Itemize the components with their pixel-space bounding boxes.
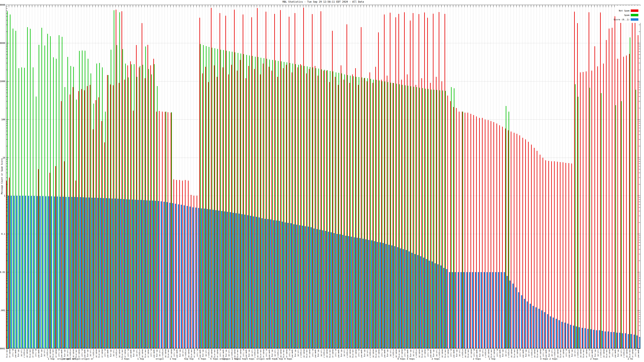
x-tick-label: dnsbl.org 2 hops	[632, 349, 634, 358]
score-bar	[250, 216, 251, 349]
x-tick	[297, 5, 298, 7]
x-tick	[536, 5, 537, 7]
y-minor-tick	[639, 93, 640, 93]
x-tick	[104, 348, 104, 349]
x-tick	[147, 5, 148, 7]
x-tick-label: bl.list origin	[127, 349, 129, 358]
score-bar	[146, 200, 147, 349]
score-bar	[408, 251, 410, 349]
y-minor-tick	[6, 163, 8, 164]
x-tick-label: zen.origin 1 hop	[375, 349, 377, 358]
spam-bar	[59, 35, 59, 349]
x-tick-label: origin.net hop	[300, 349, 302, 358]
x-tick-label: origin.net hop	[438, 349, 440, 358]
y-minor-tick	[6, 314, 8, 314]
x-tick-label: dnsbl.bl 5 hops	[626, 349, 628, 358]
spam-bar	[56, 59, 56, 349]
y-minor-tick	[6, 131, 8, 131]
x-tick	[580, 5, 580, 7]
score-bar	[466, 272, 468, 349]
spam-bar	[304, 66, 304, 349]
x-tick-label: dnsbl.org 2 hops	[447, 349, 449, 358]
score-bar	[238, 214, 240, 349]
x-tick	[392, 5, 393, 7]
y-minor-tick	[639, 276, 640, 276]
spam-bar	[64, 87, 65, 349]
x-tick	[438, 348, 439, 349]
x-tick	[303, 5, 303, 7]
x-tick	[340, 348, 341, 349]
x-tick	[410, 5, 410, 7]
y-minor-tick	[6, 70, 8, 70]
x-tick	[90, 5, 90, 7]
legend-label-not-spam: Not Spam	[619, 9, 630, 12]
spam-bar	[384, 81, 385, 349]
y-minor-tick	[6, 249, 8, 249]
score-bar	[558, 320, 560, 349]
x-axis-sublabel: hop hop	[184, 358, 194, 360]
y-minor-tick	[6, 63, 8, 63]
x-tick-label: zen.origin 1 hop	[444, 349, 446, 358]
x-tick	[372, 5, 372, 7]
x-tick	[479, 348, 479, 349]
x-tick	[407, 5, 407, 7]
score-bar	[290, 223, 292, 349]
spam-bar	[24, 68, 25, 349]
x-tick-label: dnsbl.bl 5 hops	[49, 349, 51, 358]
y-minor-tick	[6, 278, 8, 278]
score-bar	[498, 272, 499, 349]
x-tick	[309, 348, 309, 349]
y-minor-tick	[6, 178, 8, 178]
score-bar	[175, 204, 176, 349]
x-tick	[133, 5, 133, 7]
x-tick-label: bl.list origin	[242, 349, 244, 358]
x-tick	[205, 5, 205, 7]
x-tick	[525, 5, 525, 7]
score-bar	[530, 304, 531, 349]
x-tick-label: zen.origin 1 hop	[52, 349, 54, 358]
x-tick	[392, 348, 393, 349]
spam-bar	[142, 65, 143, 349]
x-tick	[464, 5, 465, 7]
score-bar	[80, 197, 81, 349]
x-tick	[288, 5, 289, 7]
not-spam-bar	[548, 161, 549, 349]
x-tick	[6, 5, 6, 7]
spam-bar	[16, 31, 16, 349]
x-tick	[412, 348, 413, 349]
x-tick	[190, 348, 191, 349]
y-minor-tick	[639, 204, 640, 205]
spam-bar	[402, 85, 402, 349]
x-tick	[505, 348, 505, 349]
x-tick-label: zen.origin 1 hop	[352, 349, 354, 358]
x-tick-label: dnsbl.org 2 hops	[55, 349, 57, 358]
x-tick	[447, 5, 448, 7]
spam-bar	[220, 50, 221, 349]
x-tick	[562, 348, 563, 349]
y-minor-tick	[639, 163, 640, 164]
x-tick	[133, 348, 133, 349]
x-tick	[338, 5, 338, 7]
y-minor-tick	[639, 202, 640, 202]
spam-bar	[212, 48, 212, 349]
x-tick	[300, 5, 300, 7]
score-bar	[313, 228, 314, 349]
x-tick	[52, 348, 52, 349]
score-bar	[184, 205, 185, 349]
spam-bar	[301, 65, 302, 349]
x-tick	[188, 348, 188, 349]
score-bar	[169, 203, 170, 349]
not-spam-bar	[623, 57, 624, 349]
y-tick-label: 0.0001	[0, 347, 5, 350]
x-tick	[594, 348, 594, 349]
x-axis-sublabel: 2 ho	[628, 358, 633, 360]
x-tick	[421, 5, 422, 7]
x-tick	[231, 5, 231, 7]
x-tick-label: rbl.org origin	[594, 349, 596, 358]
x-tick-label: bl.list origin	[335, 349, 336, 358]
rbl-statistics-chart: RBL Statistics - Tue Sep 29 12:58:11 EDT…	[0, 0, 644, 362]
x-tick-label: dnsbl.bl 5 hops	[326, 349, 328, 358]
y-minor-tick	[6, 90, 8, 90]
y-minor-tick	[6, 16, 8, 16]
x-tick	[216, 348, 217, 349]
